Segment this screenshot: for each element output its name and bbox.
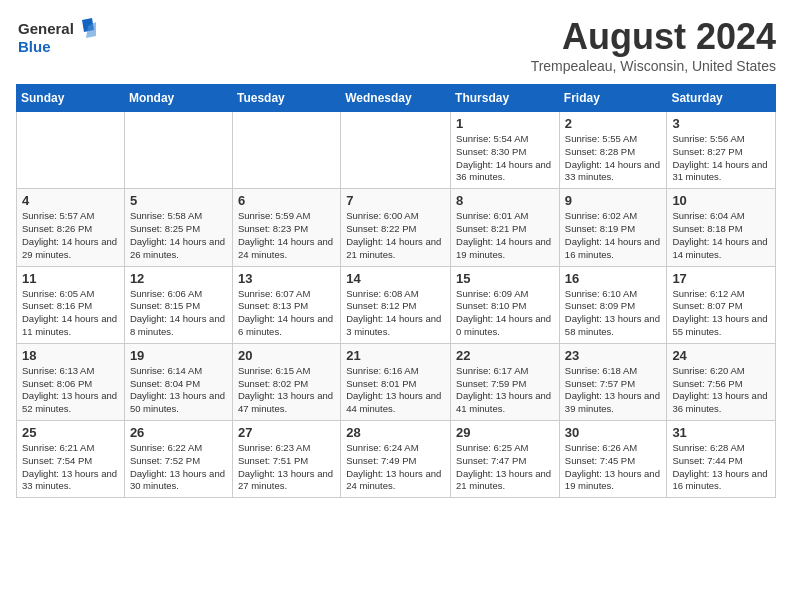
day-info: Sunrise: 6:12 AM Sunset: 8:07 PM Dayligh…: [672, 288, 770, 339]
calendar-week-row: 25Sunrise: 6:21 AM Sunset: 7:54 PM Dayli…: [17, 421, 776, 498]
calendar-cell: 15Sunrise: 6:09 AM Sunset: 8:10 PM Dayli…: [451, 266, 560, 343]
calendar-week-row: 18Sunrise: 6:13 AM Sunset: 8:06 PM Dayli…: [17, 343, 776, 420]
day-number: 28: [346, 425, 445, 440]
title-block: August 2024 Trempealeau, Wisconsin, Unit…: [531, 16, 776, 74]
day-info: Sunrise: 5:56 AM Sunset: 8:27 PM Dayligh…: [672, 133, 770, 184]
day-number: 17: [672, 271, 770, 286]
day-info: Sunrise: 6:09 AM Sunset: 8:10 PM Dayligh…: [456, 288, 554, 339]
day-info: Sunrise: 6:21 AM Sunset: 7:54 PM Dayligh…: [22, 442, 119, 493]
day-number: 15: [456, 271, 554, 286]
calendar-cell: 17Sunrise: 6:12 AM Sunset: 8:07 PM Dayli…: [667, 266, 776, 343]
calendar-cell: 29Sunrise: 6:25 AM Sunset: 7:47 PM Dayli…: [451, 421, 560, 498]
day-number: 12: [130, 271, 227, 286]
day-number: 7: [346, 193, 445, 208]
day-info: Sunrise: 5:57 AM Sunset: 8:26 PM Dayligh…: [22, 210, 119, 261]
day-number: 29: [456, 425, 554, 440]
calendar-cell: 25Sunrise: 6:21 AM Sunset: 7:54 PM Dayli…: [17, 421, 125, 498]
day-info: Sunrise: 6:04 AM Sunset: 8:18 PM Dayligh…: [672, 210, 770, 261]
day-number: 24: [672, 348, 770, 363]
calendar-cell: 23Sunrise: 6:18 AM Sunset: 7:57 PM Dayli…: [559, 343, 667, 420]
day-info: Sunrise: 6:24 AM Sunset: 7:49 PM Dayligh…: [346, 442, 445, 493]
logo-svg: General Blue: [16, 16, 96, 60]
logo: General Blue: [16, 16, 96, 60]
calendar-day-header: Sunday: [17, 85, 125, 112]
calendar-cell: 18Sunrise: 6:13 AM Sunset: 8:06 PM Dayli…: [17, 343, 125, 420]
day-info: Sunrise: 6:00 AM Sunset: 8:22 PM Dayligh…: [346, 210, 445, 261]
day-info: Sunrise: 5:58 AM Sunset: 8:25 PM Dayligh…: [130, 210, 227, 261]
calendar-cell: 11Sunrise: 6:05 AM Sunset: 8:16 PM Dayli…: [17, 266, 125, 343]
calendar-week-row: 4Sunrise: 5:57 AM Sunset: 8:26 PM Daylig…: [17, 189, 776, 266]
day-number: 10: [672, 193, 770, 208]
calendar-cell: [232, 112, 340, 189]
calendar-day-header: Saturday: [667, 85, 776, 112]
day-number: 27: [238, 425, 335, 440]
day-number: 16: [565, 271, 662, 286]
calendar-cell: 22Sunrise: 6:17 AM Sunset: 7:59 PM Dayli…: [451, 343, 560, 420]
day-number: 6: [238, 193, 335, 208]
page-header: General Blue August 2024 Trempealeau, Wi…: [16, 16, 776, 74]
day-number: 23: [565, 348, 662, 363]
calendar-table: SundayMondayTuesdayWednesdayThursdayFrid…: [16, 84, 776, 498]
day-info: Sunrise: 5:59 AM Sunset: 8:23 PM Dayligh…: [238, 210, 335, 261]
calendar-cell: 26Sunrise: 6:22 AM Sunset: 7:52 PM Dayli…: [124, 421, 232, 498]
calendar-cell: 27Sunrise: 6:23 AM Sunset: 7:51 PM Dayli…: [232, 421, 340, 498]
day-info: Sunrise: 6:14 AM Sunset: 8:04 PM Dayligh…: [130, 365, 227, 416]
day-number: 20: [238, 348, 335, 363]
day-info: Sunrise: 6:13 AM Sunset: 8:06 PM Dayligh…: [22, 365, 119, 416]
calendar-cell: 21Sunrise: 6:16 AM Sunset: 8:01 PM Dayli…: [341, 343, 451, 420]
calendar-cell: 4Sunrise: 5:57 AM Sunset: 8:26 PM Daylig…: [17, 189, 125, 266]
day-number: 13: [238, 271, 335, 286]
calendar-cell: 5Sunrise: 5:58 AM Sunset: 8:25 PM Daylig…: [124, 189, 232, 266]
day-number: 3: [672, 116, 770, 131]
day-number: 26: [130, 425, 227, 440]
calendar-week-row: 11Sunrise: 6:05 AM Sunset: 8:16 PM Dayli…: [17, 266, 776, 343]
day-number: 18: [22, 348, 119, 363]
day-number: 19: [130, 348, 227, 363]
calendar-cell: 12Sunrise: 6:06 AM Sunset: 8:15 PM Dayli…: [124, 266, 232, 343]
day-number: 11: [22, 271, 119, 286]
calendar-day-header: Tuesday: [232, 85, 340, 112]
calendar-cell: 13Sunrise: 6:07 AM Sunset: 8:13 PM Dayli…: [232, 266, 340, 343]
day-number: 5: [130, 193, 227, 208]
calendar-cell: 9Sunrise: 6:02 AM Sunset: 8:19 PM Daylig…: [559, 189, 667, 266]
day-info: Sunrise: 6:25 AM Sunset: 7:47 PM Dayligh…: [456, 442, 554, 493]
day-info: Sunrise: 6:01 AM Sunset: 8:21 PM Dayligh…: [456, 210, 554, 261]
day-info: Sunrise: 5:54 AM Sunset: 8:30 PM Dayligh…: [456, 133, 554, 184]
calendar-day-header: Thursday: [451, 85, 560, 112]
day-info: Sunrise: 6:20 AM Sunset: 7:56 PM Dayligh…: [672, 365, 770, 416]
calendar-cell: 31Sunrise: 6:28 AM Sunset: 7:44 PM Dayli…: [667, 421, 776, 498]
day-info: Sunrise: 6:05 AM Sunset: 8:16 PM Dayligh…: [22, 288, 119, 339]
svg-text:Blue: Blue: [18, 38, 51, 55]
day-info: Sunrise: 6:15 AM Sunset: 8:02 PM Dayligh…: [238, 365, 335, 416]
day-info: Sunrise: 6:23 AM Sunset: 7:51 PM Dayligh…: [238, 442, 335, 493]
day-info: Sunrise: 6:26 AM Sunset: 7:45 PM Dayligh…: [565, 442, 662, 493]
calendar-cell: 24Sunrise: 6:20 AM Sunset: 7:56 PM Dayli…: [667, 343, 776, 420]
day-info: Sunrise: 6:28 AM Sunset: 7:44 PM Dayligh…: [672, 442, 770, 493]
calendar-cell: 2Sunrise: 5:55 AM Sunset: 8:28 PM Daylig…: [559, 112, 667, 189]
day-number: 21: [346, 348, 445, 363]
calendar-cell: [17, 112, 125, 189]
day-info: Sunrise: 5:55 AM Sunset: 8:28 PM Dayligh…: [565, 133, 662, 184]
day-info: Sunrise: 6:22 AM Sunset: 7:52 PM Dayligh…: [130, 442, 227, 493]
calendar-day-header: Friday: [559, 85, 667, 112]
day-info: Sunrise: 6:06 AM Sunset: 8:15 PM Dayligh…: [130, 288, 227, 339]
calendar-cell: 20Sunrise: 6:15 AM Sunset: 8:02 PM Dayli…: [232, 343, 340, 420]
day-number: 22: [456, 348, 554, 363]
day-number: 31: [672, 425, 770, 440]
month-title: August 2024: [531, 16, 776, 58]
calendar-cell: 7Sunrise: 6:00 AM Sunset: 8:22 PM Daylig…: [341, 189, 451, 266]
day-number: 8: [456, 193, 554, 208]
svg-text:General: General: [18, 20, 74, 37]
calendar-day-header: Monday: [124, 85, 232, 112]
calendar-cell: 8Sunrise: 6:01 AM Sunset: 8:21 PM Daylig…: [451, 189, 560, 266]
calendar-cell: 30Sunrise: 6:26 AM Sunset: 7:45 PM Dayli…: [559, 421, 667, 498]
calendar-cell: 16Sunrise: 6:10 AM Sunset: 8:09 PM Dayli…: [559, 266, 667, 343]
calendar-day-header: Wednesday: [341, 85, 451, 112]
day-number: 30: [565, 425, 662, 440]
calendar-header-row: SundayMondayTuesdayWednesdayThursdayFrid…: [17, 85, 776, 112]
calendar-week-row: 1Sunrise: 5:54 AM Sunset: 8:30 PM Daylig…: [17, 112, 776, 189]
calendar-cell: 19Sunrise: 6:14 AM Sunset: 8:04 PM Dayli…: [124, 343, 232, 420]
day-number: 25: [22, 425, 119, 440]
day-number: 1: [456, 116, 554, 131]
day-info: Sunrise: 6:07 AM Sunset: 8:13 PM Dayligh…: [238, 288, 335, 339]
